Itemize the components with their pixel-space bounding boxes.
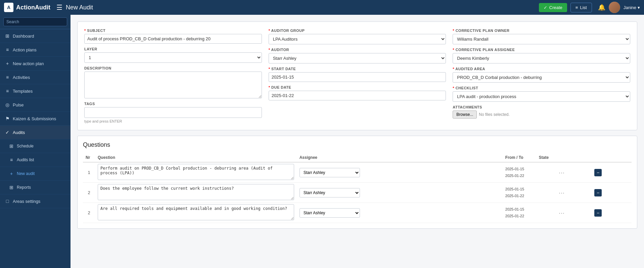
bell-icon[interactable]: 🔔 [598, 4, 605, 11]
question-text-cell-0: Perform audit on PROD_CB_D Corbal produc… [95, 162, 297, 183]
checklist-group: * CHECKLIST LPA audit - production proce… [453, 86, 630, 102]
auditor-select[interactable]: Starr AshleyJohn Doe [269, 53, 446, 63]
dots-cell-2: ··· [556, 203, 592, 223]
logo-icon: A [4, 3, 13, 12]
state-cell-1 [536, 183, 556, 203]
auditor-group-select[interactable]: LPA AuditorsGroup B [269, 34, 446, 44]
dots-button-2[interactable]: ··· [559, 210, 565, 216]
corrective-owner-select[interactable]: Wiliams RandallAlice Brown [453, 34, 630, 44]
sidebar-item-schedule[interactable]: ⊞ Schedule [0, 139, 71, 153]
sidebar-item-reports[interactable]: ⊞ Reports [0, 181, 71, 194]
questions-table: Nr Question Assignee From / To State 1 P… [83, 153, 632, 223]
tags-label: TAGS [84, 102, 262, 106]
start-date-label: * START DATE [269, 67, 446, 71]
nav-label-schedule: Schedule [17, 144, 34, 148]
sidebar-item-areas-settings[interactable]: □ Areas settings [0, 194, 71, 208]
list-label: List [580, 5, 587, 10]
sidebar-item-audits[interactable]: ✓ Audits [0, 126, 71, 139]
file-input-row: Browse... No files selected. [453, 110, 630, 119]
sidebar-item-dashboard[interactable]: ⊞ Dashboard [0, 29, 71, 43]
corrective-owner-group: * CORRECTIVE PLAN OWNER Wiliams RandallA… [453, 29, 630, 44]
auditor-label: * AUDITOR [269, 48, 446, 52]
col-nr: Nr [83, 153, 95, 162]
layer-group: LAYER 123 [84, 47, 262, 63]
page-title: New Audit [66, 4, 93, 11]
remove-button-0[interactable]: − [594, 169, 602, 176]
sidebar-item-new-audit[interactable]: + New audit [0, 167, 71, 181]
sidebar-item-pulse[interactable]: ◎ Pulse [0, 98, 71, 112]
list-icon: ≡ [576, 5, 578, 10]
search-input[interactable] [3, 17, 67, 26]
remove-cell-0: − [592, 162, 632, 183]
subject-input[interactable] [84, 34, 262, 44]
browse-button[interactable]: Browse... [453, 110, 477, 119]
assignee-select-1[interactable]: Starr AshleyJohn DoeJane Smith [300, 188, 360, 197]
nav-label-action-plans: Action plans [13, 47, 37, 52]
logo-area: A ActionAudit [4, 3, 50, 12]
no-file-label: No files selected. [479, 112, 509, 117]
sidebar-item-new-action-plan[interactable]: + New action plan [0, 57, 71, 71]
col-from-to: From / To [503, 153, 536, 162]
auditor-group-group: * AUDITOR GROUP LPA AuditorsGroup B [269, 29, 446, 44]
form-col-3: * CORRECTIVE PLAN OWNER Wiliams RandallA… [453, 29, 630, 123]
question-nr-0: 1 [83, 162, 95, 183]
remove-button-2[interactable]: − [594, 209, 602, 217]
start-date-group: * START DATE [269, 67, 446, 82]
sidebar-item-activities[interactable]: ≡ Activities [0, 71, 71, 84]
checklist-label: * CHECKLIST [453, 86, 630, 90]
assignee-select-2[interactable]: Starr AshleyJohn DoeJane Smith [300, 208, 360, 218]
remove-button-1[interactable]: − [594, 189, 602, 196]
col-actions [556, 153, 592, 162]
form-col-1: * SUBJECT LAYER 123 DESCRIPTION [84, 29, 262, 123]
tags-input[interactable] [84, 107, 262, 118]
sidebar-item-kaizen[interactable]: ⚑ Kaizen & Submissions [0, 112, 71, 126]
nav-icon-templates: ≡ [5, 88, 10, 94]
form-col-2: * AUDITOR GROUP LPA AuditorsGroup B * AU… [269, 29, 446, 123]
dots-button-1[interactable]: ··· [559, 190, 565, 195]
layer-select[interactable]: 123 [84, 52, 262, 63]
assignee-cell-0: Starr AshleyJohn DoeJane Smith [297, 162, 503, 183]
date-cell-0: 2025-01-152025-01-22 [503, 162, 536, 183]
nav-label-areas-settings: Areas settings [13, 199, 40, 204]
app-body: ⊞ Dashboard ≡ Action plans + New action … [0, 15, 644, 268]
nav-icon-activities: ≡ [5, 75, 10, 80]
nav-icon-pulse: ◎ [5, 102, 10, 107]
assignee-cell-2: Starr AshleyJohn DoeJane Smith [297, 203, 503, 223]
user-name[interactable]: Janine ▾ [624, 5, 640, 10]
description-textarea[interactable] [84, 72, 262, 98]
subject-group: * SUBJECT [84, 29, 262, 44]
create-button[interactable]: ✓ Create [539, 3, 567, 12]
nav-label-activities: Activities [13, 75, 30, 80]
assignee-select-0[interactable]: Starr AshleyJohn DoeJane Smith [300, 168, 360, 177]
list-button[interactable]: ≡ List [570, 3, 592, 12]
assignee-cell-1: Starr AshleyJohn DoeJane Smith [297, 183, 503, 203]
hamburger-icon[interactable]: ☰ [56, 3, 62, 11]
dots-button-0[interactable]: ··· [559, 170, 565, 175]
sidebar-item-templates[interactable]: ≡ Templates [0, 84, 71, 98]
corrective-assignee-select[interactable]: Deems KimberlyAlice Brown [453, 53, 630, 63]
sidebar: ⊞ Dashboard ≡ Action plans + New action … [0, 15, 71, 268]
question-textarea-1[interactable]: Does the employee follow the current wor… [98, 184, 294, 200]
dots-cell-0: ··· [556, 162, 592, 183]
nav-label-audits: Audits [13, 130, 25, 135]
table-row: 2 Does the employee follow the current w… [83, 183, 632, 203]
nav-icon-schedule: ⊞ [9, 143, 14, 149]
main-content: * SUBJECT LAYER 123 DESCRIPTION [71, 15, 644, 268]
nav-icon-reports: ⊞ [9, 185, 14, 190]
nav-label-dashboard: Dashboard [13, 34, 34, 39]
start-date-input[interactable] [269, 72, 446, 82]
due-date-input[interactable] [269, 91, 446, 100]
sidebar-item-audits-list[interactable]: ≡ Audits list [0, 153, 71, 167]
col-question: Question [95, 153, 297, 162]
question-textarea-0[interactable]: Perform audit on PROD_CB_D Corbal produc… [98, 164, 294, 180]
sidebar-item-action-plans[interactable]: ≡ Action plans [0, 43, 71, 57]
col-assignee: Assignee [297, 153, 503, 162]
audited-area-select[interactable]: PROD_CB_D Corbal production - deburringA… [453, 72, 630, 83]
nav-label-new-audit: New audit [17, 171, 35, 176]
app-name: ActionAudit [16, 4, 50, 11]
form-grid: * SUBJECT LAYER 123 DESCRIPTION [84, 29, 630, 123]
audited-area-label: * AUDITED AREA [453, 67, 630, 71]
tags-hint: type and press ENTER [84, 119, 262, 123]
question-textarea-2[interactable]: Are all required tools and equipment ava… [98, 204, 294, 220]
checklist-select[interactable]: LPA audit - production processChecklist … [453, 91, 630, 102]
